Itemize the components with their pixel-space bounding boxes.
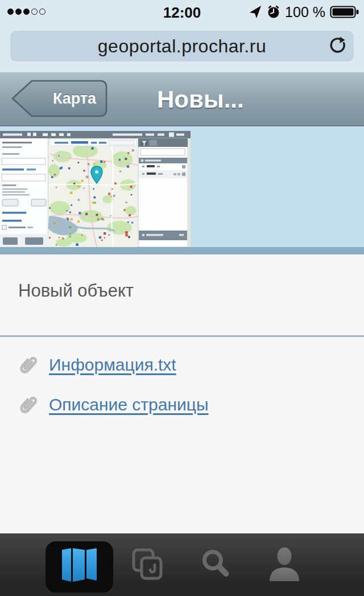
status-right-icons: 100 % — [249, 4, 359, 20]
list-item: Информация.txt — [16, 350, 209, 380]
paperclip-icon — [16, 392, 41, 417]
paperclip-icon — [16, 352, 41, 377]
address-bar[interactable]: geoportal.prochar.ru — [10, 31, 354, 61]
band-bottom-strip — [0, 247, 364, 254]
attachment-list: Информация.txt Описание страницы — [16, 350, 209, 430]
content-heading: Новый объект — [18, 281, 134, 301]
thumb-right-panel — [138, 138, 188, 247]
mobile-browser-screen: 12:00 100 % geoportal.prochar.ru — [0, 0, 364, 596]
pages-icon — [132, 548, 164, 581]
status-url-zone: 12:00 100 % geoportal.prochar.ru — [0, 0, 364, 72]
battery-icon — [330, 5, 359, 19]
attachment-link-information[interactable]: Информация.txt — [49, 355, 176, 375]
map-icon — [61, 546, 98, 583]
page-title: Новы... — [157, 72, 244, 126]
tab-search[interactable] — [182, 533, 250, 596]
nav-header: Карта Новы... — [0, 72, 364, 126]
alarm-clock-icon — [267, 5, 280, 19]
preview-band — [0, 126, 364, 247]
tab-map[interactable] — [46, 533, 114, 596]
battery-percent-label: 100 % — [285, 4, 325, 20]
location-arrow-icon — [249, 5, 262, 19]
bottom-tab-bar — [0, 533, 364, 596]
person-icon — [268, 547, 301, 582]
back-button[interactable]: Карта — [8, 79, 109, 118]
list-item: Описание страницы — [16, 390, 209, 420]
search-icon — [201, 549, 231, 581]
attachment-link-description[interactable]: Описание страницы — [49, 395, 209, 414]
back-button-label: Карта — [46, 79, 104, 118]
reload-icon[interactable] — [327, 36, 346, 56]
thumb-map-area — [48, 138, 138, 247]
tab-pages[interactable] — [114, 533, 182, 596]
url-text: geoportal.prochar.ru — [98, 36, 266, 57]
content-divider — [0, 335, 364, 337]
thumb-left-panel — [0, 138, 48, 247]
map-app-screenshot-thumbnail[interactable] — [0, 131, 191, 247]
page-content: Новый объект Информация.txt — [0, 254, 364, 533]
tab-profile[interactable] — [250, 533, 318, 596]
